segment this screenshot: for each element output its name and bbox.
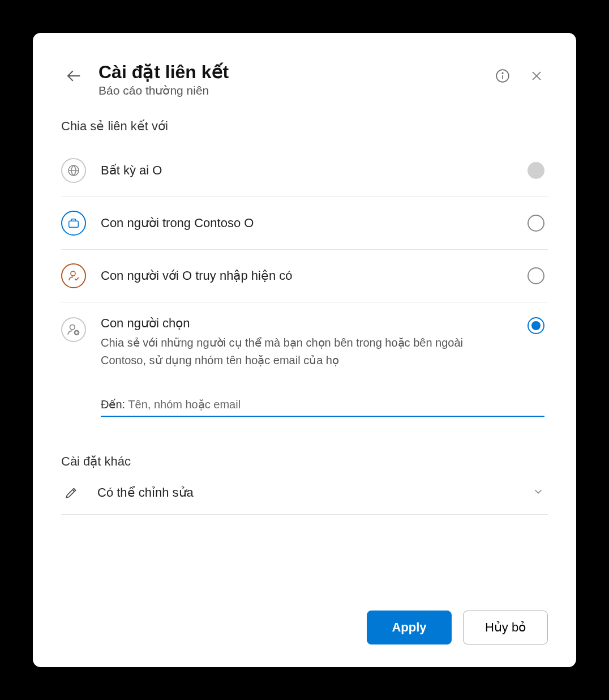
svg-point-3 [502,72,503,74]
link-settings-dialog: Cài đặt liên kết Báo cáo thường niên Chi… [33,33,576,667]
radio-anyone [527,162,544,179]
option-org-label: Con người trong Contoso O [101,216,513,231]
svg-point-8 [71,271,75,276]
close-button[interactable] [525,65,548,87]
back-button[interactable] [61,63,86,88]
more-settings-label: Cài đặt khác [61,454,548,469]
radio-chosen[interactable] [527,317,544,334]
option-existing[interactable]: Con người với O truy nhập hiện có [61,250,548,302]
permission-label: Có thể chỉnh sửa [97,485,516,500]
info-button[interactable] [491,65,514,87]
person-add-icon [61,317,86,342]
option-anyone[interactable]: Bất kỳ ai O [61,144,548,197]
cancel-button[interactable]: Hủy bỏ [463,611,548,644]
to-input[interactable]: Đến: Tên, nhóm hoặc email [101,394,544,417]
option-chosen[interactable]: Con người chọn Chia sẻ với những người c… [61,302,548,430]
option-anyone-label: Bất kỳ ai O [101,163,513,178]
header-actions [491,65,548,87]
briefcase-icon [61,211,86,236]
pencil-icon [61,483,82,503]
option-existing-label: Con người với O truy nhập hiện có [101,268,513,283]
share-section-label: Chia sẻ liên kết với [61,119,548,134]
svg-point-9 [70,325,75,330]
radio-org[interactable] [527,215,544,232]
option-chosen-desc: Chia sẻ với những người cụ thể mà bạn ch… [101,334,463,369]
option-chosen-label: Con người chọn [101,316,513,331]
svg-rect-7 [69,221,79,227]
apply-button[interactable]: Apply [367,611,452,644]
radio-existing[interactable] [527,267,544,284]
to-placeholder: Tên, nhóm hoặc email [128,398,241,411]
permission-dropdown[interactable]: Có thể chỉnh sửa [61,472,548,515]
option-org[interactable]: Con người trong Contoso O [61,197,548,250]
person-check-icon [61,263,86,288]
chevron-down-icon [532,485,544,500]
share-options: Bất kỳ ai O Con người trong Contoso O [61,144,548,430]
dialog-subtitle: Báo cáo thường niên [98,84,491,97]
to-prefix: Đến: [101,398,125,411]
globe-icon [61,158,86,183]
dialog-header: Cài đặt liên kết Báo cáo thường niên [61,61,548,97]
svg-line-13 [72,490,74,492]
dialog-title: Cài đặt liên kết [98,61,491,83]
dialog-footer: Apply Hủy bỏ [61,588,548,644]
